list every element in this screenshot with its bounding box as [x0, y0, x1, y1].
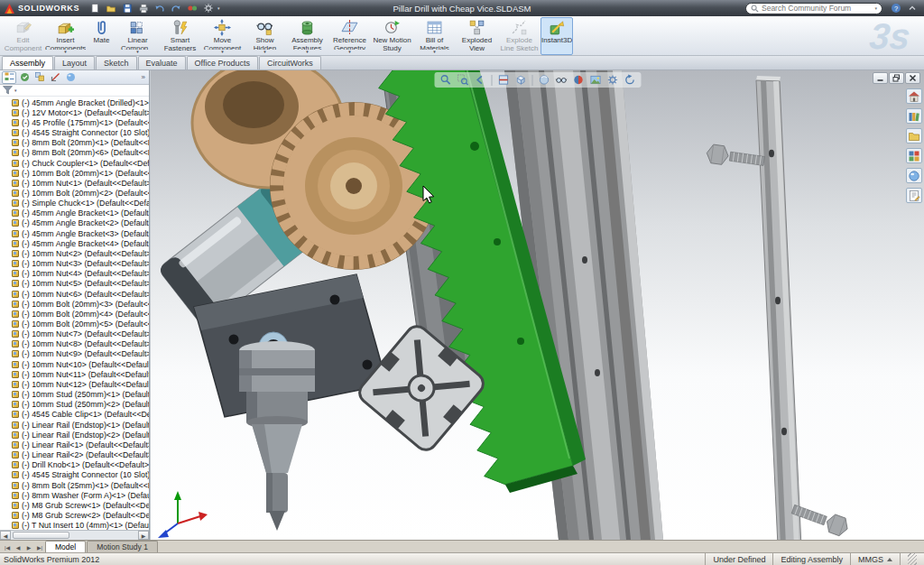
ribbon-button-show-hidden-components[interactable]: Show Hidden Components ▾ [244, 17, 286, 55]
ribbon-button-reference-geometry[interactable]: Reference Geometry ▾ [328, 17, 371, 55]
print-icon[interactable] [136, 2, 150, 14]
tree-item[interactable]: (-) 10mm Stud (250mm)<2> (Default<<De... [0, 400, 149, 410]
tree-item[interactable]: (-) Linear Rail<1> (Default<<Default>_Di… [0, 440, 149, 449]
view-palette-icon[interactable] [906, 148, 922, 163]
tree-item[interactable]: (-) M8 Grub Screw<1> (Default<<Default..… [0, 500, 149, 510]
tree-item[interactable]: (-) 8mm Washer (Form A)<1> (Default<<De.… [0, 490, 149, 500]
tree-item[interactable]: (-) Drill Knob<1> (Default<<Default>_Dis… [0, 460, 149, 470]
dropdown-arrow-icon[interactable]: ▾ [433, 50, 436, 54]
tree-item[interactable]: (-) 4545 Straight Connector (10 Slot)180… [0, 127, 149, 137]
status-editing-mode[interactable]: Editing Assembly [772, 553, 850, 565]
save-icon[interactable] [120, 2, 134, 14]
ribbon-button-explode-line-sketch[interactable]: Explode Line Sketch [498, 17, 541, 55]
ribbon-button-mate[interactable]: Mate [87, 17, 116, 55]
tree-item[interactable]: (-) 10mm Nut<3> (Default<<Default>_Disp.… [0, 259, 149, 269]
dropdown-arrow-icon[interactable]: ▾ [263, 50, 266, 54]
tree-item[interactable]: (-) 10mm Nut<7> (Default<<Default>_Disp.… [0, 329, 149, 339]
tree-item[interactable]: (-) 10mm Bolt (20mm)<3> (Default<<Defau.… [0, 299, 149, 309]
open-icon[interactable] [104, 2, 117, 14]
tree-item[interactable]: (-) 10mm Bolt (20mm)<2> (Default<<Defau.… [0, 188, 149, 198]
search-dropdown-icon[interactable]: ▾ [874, 5, 877, 11]
zoom-fit-icon[interactable] [438, 73, 453, 87]
section-view-icon[interactable] [495, 73, 511, 87]
community-search[interactable]: ▾ [745, 3, 882, 14]
tree-item[interactable]: (-) 45mm Angle Bracket<1> (Default<<Defa… [0, 208, 149, 218]
edit-appearance-icon[interactable] [570, 73, 586, 87]
dropdown-arrow-icon[interactable]: ▾ [136, 50, 139, 54]
display-style-icon[interactable] [536, 73, 551, 87]
scroll-right-icon[interactable]: ▶ [138, 531, 149, 540]
scrollbar-thumb[interactable] [13, 532, 69, 539]
tree-item[interactable]: (-) 8mm Bolt (20mm)<6> (Default<<Defau..… [0, 148, 149, 158]
tab-circuitworks[interactable]: CircuitWorks [259, 56, 321, 69]
dropdown-arrow-icon[interactable]: ▾ [64, 50, 67, 54]
tree-item[interactable]: (-) 10mm Bolt (20mm)<1> (Default<<Defau.… [0, 168, 149, 178]
status-units[interactable]: MMGS [850, 553, 900, 565]
apply-scene-icon[interactable] [587, 73, 603, 87]
redo-icon[interactable] [169, 2, 182, 14]
ribbon-button-linear-component-pattern[interactable]: Linear Compon... ▾ [116, 17, 159, 55]
rebuild-icon[interactable] [185, 2, 199, 14]
panel-overflow-icon[interactable]: » [142, 73, 147, 81]
tree-item[interactable]: (-) Simple Chuck<1> (Default<<Default>_D… [0, 199, 149, 208]
minimize-icon[interactable] [873, 72, 888, 84]
tree-item[interactable]: (-) 10mm Nut<5> (Default<<Default>_Disp.… [0, 279, 149, 289]
feature-manager-icon[interactable] [2, 71, 16, 84]
tree-item[interactable]: (-) 45mm Angle Bracket<4> (Default<<Defa… [0, 238, 149, 248]
dropdown-arrow-icon[interactable]: ▾ [348, 50, 351, 54]
tree-item[interactable]: (-) 4545 Straight Connector (10 Slot)180… [0, 470, 149, 480]
tree-item[interactable]: (-) 45mm Angle Bracket<2> (Default<<Defa… [0, 218, 149, 228]
first-tab-icon[interactable]: |◀ [2, 542, 13, 552]
tree-item[interactable]: (-) 10mm Nut<11> (Default<<Default>_Dis.… [0, 369, 149, 379]
zoom-area-icon[interactable] [455, 73, 470, 87]
tab-evaluate[interactable]: Evaluate [138, 56, 186, 69]
ribbon-button-smart-fasteners[interactable]: Smart Fasteners [159, 17, 201, 55]
tree-item[interactable]: (-) Linear Rail (Endstop)<1> (Default<<D… [0, 420, 149, 430]
tree-item[interactable]: (-) Linear Rail (Endstop)<2> (Default<<D… [0, 430, 149, 440]
property-manager-icon[interactable] [17, 71, 32, 84]
doc-tab-model[interactable]: Model [45, 541, 86, 552]
close-icon[interactable] [905, 72, 920, 84]
tree-item[interactable]: (-) Linear Rail<2> (Default<<Default>_Di… [0, 449, 149, 459]
tree-item[interactable]: (-) 45mm Angle Bracket (Drilled)<1> (Def… [0, 97, 149, 107]
tree-item[interactable]: (-) 10mm Nut<6> (Default<<Default>_Disp.… [0, 289, 149, 299]
tab-layout[interactable]: Layout [54, 56, 95, 69]
last-tab-icon[interactable]: ▶| [34, 542, 45, 552]
configuration-manager-icon[interactable] [32, 71, 47, 84]
tree-item[interactable]: (-) T Nut Insert 10 (4mm)<1> (Default<<.… [0, 521, 149, 530]
dropdown-arrow-icon[interactable]: ▾ [306, 50, 309, 54]
scrollbar-track[interactable] [11, 531, 138, 540]
dimxpert-icon[interactable] [48, 71, 62, 84]
tab-office-products[interactable]: Office Products [187, 56, 258, 69]
display-manager-icon[interactable] [63, 71, 78, 84]
dropdown-arrow-icon[interactable]: ▾ [221, 50, 224, 54]
previous-view-icon[interactable] [472, 73, 487, 87]
tree-item[interactable]: (-) 10mm Nut<4> (Default<<Default>_Disp.… [0, 269, 149, 279]
view-settings-icon[interactable] [605, 73, 620, 87]
new-document-icon[interactable] [88, 2, 101, 14]
filter-funnel-icon[interactable] [3, 86, 13, 95]
tree-item[interactable]: (-) M8 Grub Screw<2> (Default<<Default..… [0, 510, 149, 520]
tree-item[interactable]: (-) 10mm Bolt (20mm)<5> (Default<<Defau.… [0, 319, 149, 329]
tree-item[interactable]: (-) 10mm Stud (250mm)<1> (Default<<De... [0, 390, 149, 400]
tree-item[interactable]: (-) 10mm Nut<8> (Default<<Default>_Disp.… [0, 339, 149, 349]
prev-tab-icon[interactable]: ◀ [13, 542, 23, 552]
undo-icon[interactable] [152, 2, 166, 14]
ribbon-button-instant3d[interactable]: Instant3D [541, 17, 573, 55]
ribbon-button-new-motion-study[interactable]: New Motion Study [371, 17, 413, 55]
graphics-viewport[interactable] [151, 70, 924, 540]
ribbon-button-assembly-features[interactable]: Assembly Features ▾ [286, 17, 328, 55]
filter-dropdown-icon[interactable]: ▾ [14, 88, 17, 93]
ribbon-button-bill-of-materials[interactable]: Bill of Materials ▾ [413, 17, 456, 55]
options-icon[interactable] [201, 2, 215, 14]
tab-assembly[interactable]: Assembly [2, 56, 53, 69]
custom-properties-icon[interactable] [906, 188, 922, 203]
help-icon[interactable]: ? [889, 2, 902, 14]
tree-item[interactable]: (-) Chuck Coupler<1> (Default<<Default>_… [0, 158, 149, 168]
design-library-icon[interactable] [906, 108, 922, 124]
ribbon-button-insert-components[interactable]: Insert Components ▾ [44, 17, 87, 55]
ribbon-button-edit-component[interactable]: Edit Component [2, 17, 44, 55]
ribbon-button-exploded-view[interactable]: Exploded View [456, 17, 498, 55]
tree-item[interactable]: (-) 10mm Nut<2> (Default<<Default>_Disp.… [0, 248, 149, 258]
collapse-chevron-icon[interactable] [905, 2, 919, 14]
